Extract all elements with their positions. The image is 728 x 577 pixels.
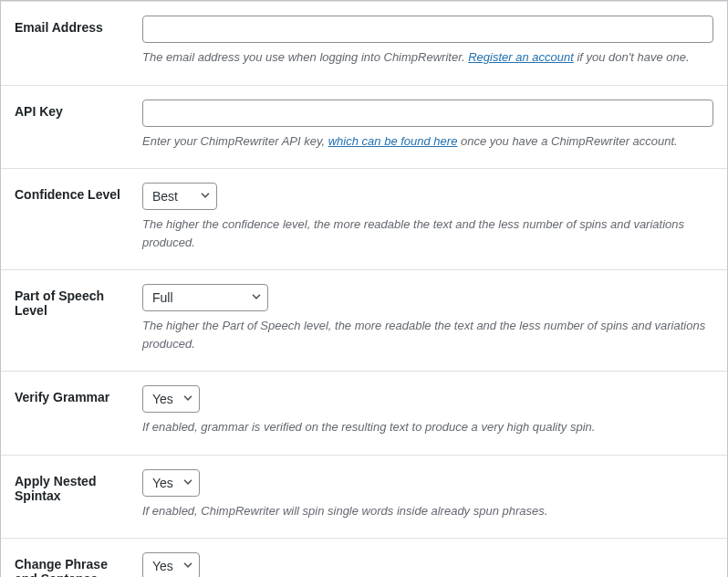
label-email: Email Address bbox=[1, 2, 142, 86]
label-pos: Part of Speech Level bbox=[1, 270, 142, 372]
confidence-description: The higher the confidence level, the mor… bbox=[142, 215, 713, 251]
label-confidence: Confidence Level bbox=[1, 169, 142, 270]
api-key-description: Enter your ChimpRewriter API key, which … bbox=[142, 132, 713, 151]
email-description: The email address you use when logging i… bbox=[142, 48, 713, 67]
row-structure: Change Phrase and Sentence Structure Yes… bbox=[1, 539, 727, 578]
label-api-key: API Key bbox=[1, 85, 142, 169]
confidence-select[interactable]: Best bbox=[142, 183, 217, 210]
structure-select[interactable]: Yes bbox=[142, 552, 200, 577]
register-account-link[interactable]: Register an account bbox=[468, 50, 574, 64]
label-grammar: Verify Grammar bbox=[1, 372, 142, 456]
grammar-description: If enabled, grammar is verified on the r… bbox=[142, 418, 713, 436]
api-key-found-here-link[interactable]: which can be found here bbox=[328, 134, 458, 148]
form-table: Email Address The email address you use … bbox=[1, 1, 727, 577]
row-email: Email Address The email address you use … bbox=[1, 2, 727, 86]
grammar-select[interactable]: Yes bbox=[142, 385, 200, 413]
pos-select[interactable]: Full bbox=[142, 284, 268, 311]
api-key-input[interactable] bbox=[142, 100, 713, 127]
email-input[interactable] bbox=[142, 16, 713, 43]
row-grammar: Verify Grammar Yes If enabled, grammar i… bbox=[1, 372, 727, 456]
row-nested: Apply Nested Spintax Yes If enabled, Chi… bbox=[1, 455, 727, 539]
settings-form: Email Address The email address you use … bbox=[0, 0, 728, 577]
row-pos: Part of Speech Level Full The higher the… bbox=[1, 270, 727, 372]
pos-description: The higher the Part of Speech level, the… bbox=[142, 317, 713, 352]
row-confidence: Confidence Level Best The higher the con… bbox=[1, 169, 727, 270]
label-nested: Apply Nested Spintax bbox=[1, 455, 142, 539]
nested-description: If enabled, ChimpRewriter will spin sing… bbox=[142, 502, 713, 520]
row-api-key: API Key Enter your ChimpRewriter API key… bbox=[1, 85, 727, 169]
nested-select[interactable]: Yes bbox=[142, 469, 200, 497]
label-structure: Change Phrase and Sentence Structure bbox=[1, 539, 142, 578]
